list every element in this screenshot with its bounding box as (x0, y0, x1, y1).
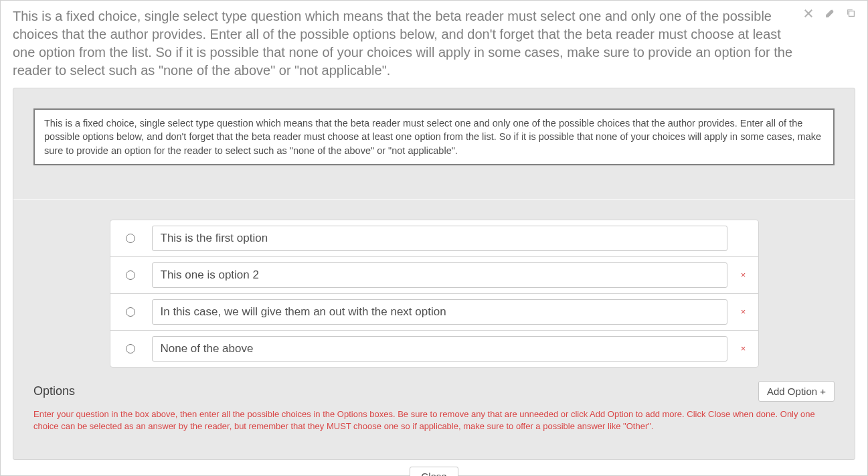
option-row: × (110, 294, 758, 331)
svg-rect-0 (849, 11, 855, 17)
main-panel: This is a fixed choice, single select ty… (13, 88, 855, 460)
option-row: × (110, 331, 758, 367)
question-text-input[interactable]: This is a fixed choice, single select ty… (33, 108, 835, 165)
close-icon[interactable] (800, 5, 816, 21)
options-label: Options (33, 384, 75, 398)
option-text-input[interactable] (152, 299, 727, 325)
close-button[interactable]: Close (410, 467, 458, 476)
option-radio[interactable] (126, 307, 135, 317)
options-table: × × × (110, 220, 759, 368)
add-option-button[interactable]: Add Option + (758, 381, 835, 402)
copy-icon[interactable] (843, 5, 859, 21)
remove-option-icon[interactable]: × (741, 307, 746, 317)
option-text-input[interactable] (152, 336, 727, 362)
remove-option-icon[interactable]: × (741, 270, 746, 280)
edit-icon[interactable] (822, 5, 838, 21)
option-radio[interactable] (126, 270, 135, 280)
option-row: × (110, 257, 758, 294)
option-radio[interactable] (126, 234, 135, 243)
header-section: This is a fixed choice, single select ty… (1, 1, 867, 88)
options-panel: × × × Options Add Option + Enter your qu… (13, 199, 855, 446)
header-description: This is a fixed choice, single select ty… (13, 7, 855, 80)
option-text-input[interactable] (152, 226, 727, 251)
options-help-text: Enter your question in the box above, th… (33, 408, 835, 432)
remove-option-icon[interactable]: × (741, 343, 746, 353)
options-footer: Options Add Option + (33, 381, 835, 402)
header-actions (798, 4, 862, 23)
footer-row: Close (1, 460, 867, 476)
question-editor: This is a fixed choice, single select ty… (0, 0, 868, 476)
option-radio[interactable] (126, 344, 135, 353)
option-row (110, 220, 758, 257)
option-text-input[interactable] (152, 262, 727, 288)
